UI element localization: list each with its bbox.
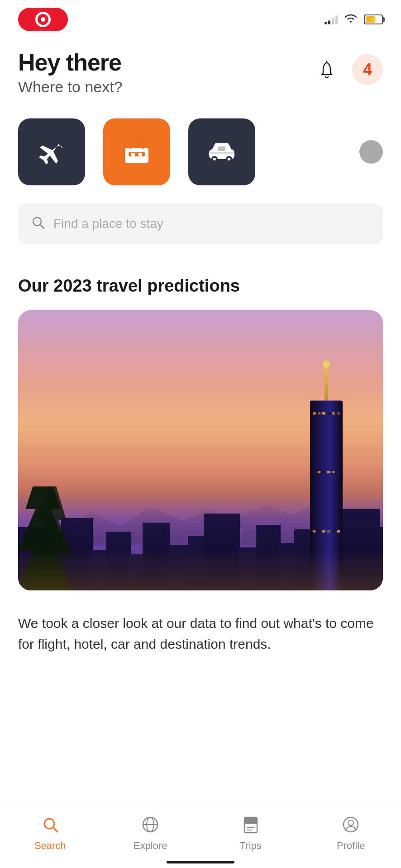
w — [318, 471, 321, 473]
search-bar-placeholder: Find a place to stay — [53, 217, 163, 231]
w — [318, 530, 321, 533]
svg-rect-5 — [138, 153, 142, 156]
w — [322, 530, 325, 533]
svg-rect-4 — [131, 153, 135, 156]
trips-nav-label: Trips — [240, 840, 262, 852]
section-title: Our 2023 travel predictions — [18, 276, 383, 297]
svg-line-15 — [40, 225, 44, 228]
city-image — [18, 310, 383, 590]
hotels-button[interactable] — [103, 118, 170, 185]
w — [313, 530, 316, 533]
w — [332, 412, 335, 415]
search-section: Find a place to stay — [0, 199, 401, 258]
profile-nav-label: Profile — [337, 840, 365, 852]
signal-strength-icon — [325, 14, 338, 24]
signal-bar-2 — [328, 20, 330, 24]
w — [327, 471, 330, 473]
cars-button[interactable] — [188, 118, 255, 185]
svg-rect-3 — [129, 152, 145, 156]
search-nav-label: Search — [34, 840, 66, 852]
svg-point-6 — [134, 142, 139, 147]
app-logo — [18, 8, 68, 31]
w — [327, 530, 330, 533]
svg-point-11 — [228, 158, 230, 160]
wifi-icon — [344, 13, 358, 26]
explore-nav-label: Explore — [134, 840, 167, 852]
svg-line-17 — [53, 828, 57, 832]
svg-rect-12 — [218, 146, 225, 151]
car-icon — [205, 136, 238, 168]
nav-search[interactable]: Search — [0, 813, 100, 852]
profile-nav-icon — [339, 813, 363, 836]
signal-bar-4 — [335, 15, 338, 24]
nav-trips[interactable]: Trips — [200, 813, 301, 852]
more-options-dot[interactable] — [359, 140, 383, 164]
signal-bar-3 — [332, 18, 334, 24]
home-indicator — [167, 861, 234, 863]
bell-icon — [317, 60, 337, 80]
battery-icon: ⚡ — [364, 14, 383, 24]
description-text: We took a closer look at our data to fin… — [0, 599, 401, 669]
explore-nav-icon — [138, 813, 162, 836]
status-bar: ⚡ — [0, 0, 401, 36]
predictions-section: Our 2023 travel predictions — [0, 258, 401, 599]
signal-bar-1 — [325, 22, 327, 24]
svg-rect-22 — [244, 817, 257, 824]
place-search-bar[interactable]: Find a place to stay — [18, 203, 383, 244]
w — [322, 471, 325, 473]
trips-nav-icon — [239, 813, 263, 836]
bottom-nav: Search Explore Trips — [0, 805, 401, 868]
greeting-text: Hey there — [18, 50, 123, 75]
header-left: Hey there Where to next? — [18, 50, 123, 96]
svg-rect-13 — [209, 152, 234, 154]
svg-point-26 — [348, 820, 353, 826]
target-logo-icon — [35, 12, 51, 27]
header: Hey there Where to next? 4 — [0, 36, 401, 105]
nav-profile[interactable]: Profile — [301, 813, 401, 852]
w — [318, 412, 321, 415]
nav-explore[interactable]: Explore — [100, 813, 201, 852]
flights-button[interactable] — [18, 118, 85, 185]
svg-point-10 — [213, 158, 216, 160]
w — [337, 412, 340, 415]
w — [337, 471, 340, 473]
tower-spire — [325, 364, 328, 401]
w — [327, 412, 330, 415]
hotel-icon — [120, 136, 153, 168]
search-bar-icon — [31, 215, 45, 233]
w — [332, 530, 335, 533]
w — [313, 412, 316, 415]
spire-top — [323, 361, 330, 368]
search-nav-icon — [38, 813, 62, 836]
w — [313, 471, 316, 473]
subtitle-text: Where to next? — [18, 78, 123, 96]
w — [332, 471, 335, 473]
svg-point-16 — [44, 819, 54, 829]
airplane-icon — [35, 136, 68, 168]
city-glow — [18, 550, 383, 590]
category-buttons — [18, 118, 346, 185]
status-icons: ⚡ — [325, 13, 383, 26]
notifications-button[interactable] — [312, 55, 341, 84]
header-right: 4 — [312, 54, 383, 85]
category-section — [0, 105, 401, 199]
w — [337, 530, 340, 533]
w — [322, 412, 325, 415]
city-image-bg — [18, 310, 383, 590]
notification-badge[interactable]: 4 — [352, 54, 383, 85]
